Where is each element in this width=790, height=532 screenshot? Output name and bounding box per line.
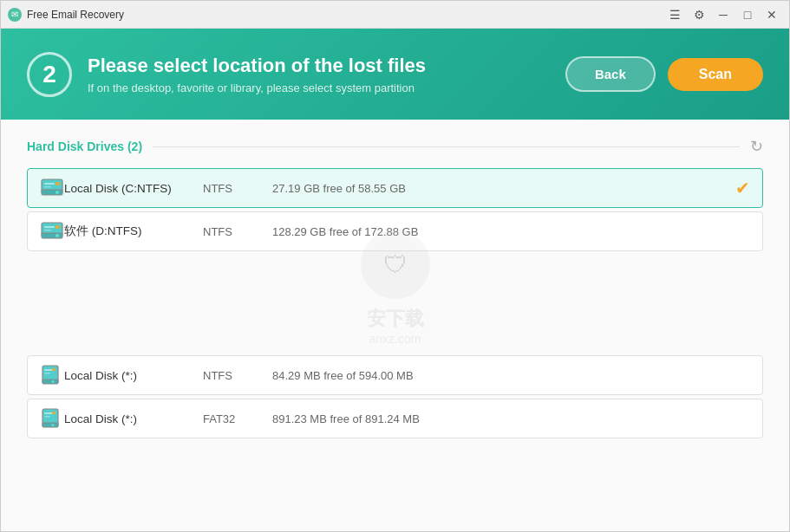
svg-rect-1 [42,190,62,195]
refresh-icon[interactable]: ↻ [750,137,763,156]
menu-icon: ☰ [669,8,681,22]
drive-d-name: 软件 (D:NTFS) [64,224,203,239]
svg-rect-23 [52,412,55,414]
drive-d-space: 128.29 GB free of 172.88 GB [272,225,750,238]
back-button[interactable]: Back [565,56,656,92]
drive-d-icon [40,221,64,242]
drive-c-icon [40,178,64,198]
drive-r2-name: Local Disk (*:) [64,412,203,425]
drive-r1-icon [40,365,64,386]
drive-item-r2[interactable]: Local Disk (*:) FAT32 891.23 MB free of … [27,399,763,438]
drive-r1-fs: NTFS [203,369,272,382]
section-divider [153,146,740,147]
svg-rect-5 [55,182,60,185]
drive-c-check: ✔ [735,178,750,198]
svg-rect-17 [52,368,55,371]
svg-rect-10 [44,230,51,231]
close-icon: ✕ [767,8,777,22]
svg-rect-7 [42,233,62,238]
drive-d-fs: NTFS [203,225,272,238]
drive-item-c[interactable]: Local Disk (C:NTFS) NTFS 27.19 GB free o… [27,168,763,208]
drive-r1-space: 84.29 MB free of 594.00 MB [272,369,750,382]
drive-c-name: Local Disk (C:NTFS) [64,182,203,195]
svg-point-8 [55,234,59,237]
header-left: 2 Please select location of the lost fil… [27,52,426,97]
maximize-icon: □ [744,8,751,22]
menu-button[interactable]: ☰ [664,6,685,23]
removable-drive-list: Local Disk (*:) NTFS 84.29 MB free of 59… [27,355,763,438]
watermark-url: anxz.com [361,332,430,346]
drive-c-space: 27.19 GB free of 58.55 GB [272,182,735,195]
settings-button[interactable]: ⚙ [689,6,709,23]
drive-item-r1[interactable]: Local Disk (*:) NTFS 84.29 MB free of 59… [27,355,763,395]
drive-r2-icon [40,408,64,429]
minimize-button[interactable]: ─ [713,6,734,23]
title-bar: ✉ Free Email Recovery ☰ ⚙ ─ □ ✕ [1,1,789,29]
title-bar-left: ✉ Free Email Recovery [8,8,124,22]
removable-drives-section: Local Disk (*:) NTFS 84.29 MB free of 59… [27,355,763,438]
scan-button[interactable]: Scan [668,58,763,91]
svg-rect-4 [44,186,51,188]
header-title: Please select location of the lost files [88,54,426,79]
svg-rect-21 [44,412,53,414]
watermark-text-cn: 安下载 [361,306,430,332]
header-bar: 2 Please select location of the lost fil… [1,29,789,120]
svg-rect-19 [42,423,58,427]
drive-r2-fs: FAT32 [203,412,272,425]
svg-rect-3 [44,183,55,185]
svg-point-14 [52,380,55,383]
header-buttons: Back Scan [565,56,763,92]
header-text: Please select location of the lost files… [88,54,426,95]
drive-item-d[interactable]: 软件 (D:NTFS) NTFS 128.29 GB free of 172.8… [27,211,763,251]
window-title: Free Email Recovery [27,9,124,21]
step-circle: 2 [27,52,72,97]
svg-rect-13 [42,380,58,384]
main-window: ✉ Free Email Recovery ☰ ⚙ ─ □ ✕ 2 [0,0,790,532]
svg-rect-9 [44,226,55,228]
hdd-drive-list: Local Disk (C:NTFS) NTFS 27.19 GB free o… [27,168,763,251]
title-bar-controls: ☰ ⚙ ─ □ ✕ [664,6,782,23]
minimize-icon: ─ [719,8,728,22]
content-area: Hard Disk Drives (2) ↻ [1,120,789,531]
hdd-section-title: Hard Disk Drives (2) [27,139,142,153]
header-subtitle: If on the desktop, favorite or library, … [88,81,426,94]
svg-point-2 [55,191,59,194]
step-number: 2 [42,61,56,88]
content-wrapper: Hard Disk Drives (2) ↻ [27,137,763,438]
svg-rect-15 [44,369,53,371]
svg-point-20 [52,424,55,426]
drive-c-fs: NTFS [203,182,272,195]
svg-rect-11 [55,225,60,229]
drive-r1-name: Local Disk (*:) [64,369,203,382]
close-button[interactable]: ✕ [761,6,782,23]
settings-icon: ⚙ [694,8,705,22]
drive-r2-space: 891.23 MB free of 891.24 MB [272,412,750,425]
svg-rect-16 [44,373,50,374]
hdd-section-header: Hard Disk Drives (2) ↻ [27,137,763,156]
svg-rect-22 [44,416,50,418]
app-icon: ✉ [8,8,22,22]
maximize-button[interactable]: □ [737,6,758,23]
